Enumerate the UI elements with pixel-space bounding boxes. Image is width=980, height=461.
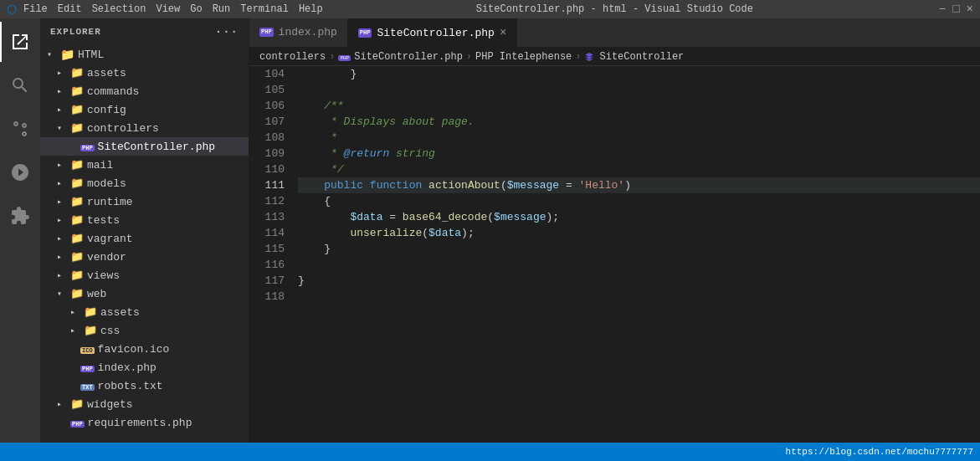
sidebar-item-views[interactable]: ▸ 📁 views bbox=[40, 266, 249, 284]
sidebar-header: EXPLORER ··· bbox=[40, 18, 249, 45]
sidebar-item-label: runtime bbox=[87, 196, 133, 208]
sidebar-item-models[interactable]: ▸ 📁 models bbox=[40, 174, 249, 192]
chevron-down-icon: ▾ bbox=[47, 49, 60, 59]
sidebar-item-assets[interactable]: ▸ 📁 assets bbox=[40, 64, 249, 82]
sidebar-item-web-index[interactable]: PHP index.php bbox=[40, 358, 249, 376]
run-debug-activity-icon[interactable] bbox=[0, 152, 40, 192]
line-num-112: 112 bbox=[249, 193, 285, 209]
close-button[interactable]: × bbox=[967, 3, 973, 16]
tab-php-icon: PHP bbox=[259, 28, 274, 37]
menu-edit[interactable]: Edit bbox=[58, 3, 82, 15]
sidebar-item-label: assets bbox=[100, 306, 140, 319]
tab-sitecontroller-php[interactable]: PHP SiteController.php × bbox=[348, 18, 517, 47]
source-control-activity-icon[interactable] bbox=[0, 109, 40, 149]
tab-label: index.php bbox=[279, 26, 337, 38]
code-editor[interactable]: 104 105 106 107 108 109 110 111 112 113 … bbox=[249, 66, 980, 443]
controllers-folder-icon: 📁 bbox=[70, 121, 84, 135]
menu-go[interactable]: Go bbox=[190, 3, 202, 15]
chevron-right-icon: ▸ bbox=[57, 68, 70, 78]
sidebar-item-sitecontroller[interactable]: PHP SiteController.php bbox=[40, 137, 249, 156]
views-folder-icon: 📁 bbox=[70, 269, 84, 282]
sidebar-item-label: vendor bbox=[87, 251, 126, 264]
code-line-112: { bbox=[298, 193, 980, 209]
sidebar-item-widgets[interactable]: ▸ 📁 widgets bbox=[40, 395, 249, 413]
sidebar-item-label: robots.txt bbox=[98, 380, 163, 392]
menu-help[interactable]: Help bbox=[299, 3, 323, 15]
menu-selection[interactable]: Selection bbox=[92, 3, 146, 15]
menu-view[interactable]: View bbox=[156, 3, 180, 15]
class-icon bbox=[584, 52, 594, 62]
sidebar-more-button[interactable]: ··· bbox=[215, 25, 239, 38]
sidebar-item-label: vagrant bbox=[87, 233, 133, 245]
sidebar-item-html-root[interactable]: ▾ 📁 HTML bbox=[40, 45, 249, 64]
tab-index-php[interactable]: PHP index.php bbox=[249, 18, 348, 47]
line-num-116: 116 bbox=[249, 257, 285, 273]
window-title: SiteController.php - html - Visual Studi… bbox=[476, 3, 753, 15]
sidebar-item-runtime[interactable]: ▸ 📁 runtime bbox=[40, 192, 249, 211]
sidebar-item-commands[interactable]: ▸ 📁 commands bbox=[40, 82, 249, 100]
chevron-right-icon: ▸ bbox=[57, 178, 70, 188]
assets-folder-icon: 📁 bbox=[70, 66, 84, 79]
php-file-icon: PHP bbox=[80, 141, 95, 153]
sidebar-item-label: SiteController.php bbox=[98, 141, 215, 153]
search-activity-icon[interactable] bbox=[0, 65, 40, 105]
breadcrumb-php-badge: PHP bbox=[338, 55, 351, 61]
sidebar-item-web[interactable]: ▾ 📁 web bbox=[40, 284, 249, 303]
code-content[interactable]: } /** * Displays about page. bbox=[291, 66, 980, 443]
sidebar-item-vendor[interactable]: ▸ 📁 vendor bbox=[40, 248, 249, 266]
menu-bar[interactable]: File Edit Selection View Go Run Terminal… bbox=[23, 3, 323, 15]
sidebar-item-label: requirements.php bbox=[88, 417, 192, 429]
minimize-button[interactable]: − bbox=[939, 3, 946, 16]
web-assets-folder-icon: 📁 bbox=[84, 305, 97, 319]
breadcrumb-class[interactable]: SiteController bbox=[599, 51, 684, 63]
sidebar-item-label: config bbox=[87, 104, 126, 116]
chevron-right-icon: ▸ bbox=[57, 252, 70, 262]
sidebar-item-requirements[interactable]: PHP requirements.php bbox=[40, 413, 249, 432]
status-right: https://blog.csdn.net/mochu7777777 bbox=[786, 447, 973, 457]
extensions-activity-icon[interactable] bbox=[0, 196, 40, 236]
code-line-114: unserialize($data); bbox=[298, 225, 980, 241]
sidebar-item-vagrant[interactable]: ▸ 📁 vagrant bbox=[40, 229, 249, 248]
chevron-right-icon: ▸ bbox=[57, 215, 70, 225]
menu-terminal[interactable]: Terminal bbox=[240, 3, 289, 15]
chevron-right-icon: ▸ bbox=[57, 399, 70, 409]
breadcrumb-intelephense[interactable]: PHP Intelephense bbox=[475, 51, 572, 63]
models-folder-icon: 📁 bbox=[70, 177, 84, 190]
sidebar-item-config[interactable]: ▸ 📁 config bbox=[40, 100, 249, 119]
line-num-108: 108 bbox=[249, 130, 285, 146]
code-line-108: * bbox=[298, 130, 980, 146]
tab-bar: PHP index.php PHP SiteController.php × bbox=[249, 18, 980, 48]
status-bar: https://blog.csdn.net/mochu7777777 bbox=[0, 443, 980, 461]
code-line-115: } bbox=[298, 241, 980, 257]
sidebar-item-web-css[interactable]: ▸ 📁 css bbox=[40, 321, 249, 340]
sidebar-item-label: tests bbox=[87, 214, 120, 227]
sidebar-item-label: index.php bbox=[98, 361, 156, 374]
code-line-117: } bbox=[298, 273, 980, 289]
breadcrumb: controllers › PHP SiteController.php › P… bbox=[249, 48, 980, 66]
vagrant-folder-icon: 📁 bbox=[70, 232, 84, 245]
chevron-right-icon: ▸ bbox=[57, 197, 70, 207]
tab-close-button[interactable]: × bbox=[500, 26, 506, 39]
sidebar-item-label: web bbox=[87, 288, 106, 300]
sidebar-item-robots[interactable]: TXT robots.txt bbox=[40, 376, 249, 395]
line-num-109: 109 bbox=[249, 146, 285, 161]
sidebar-item-tests[interactable]: ▸ 📁 tests bbox=[40, 211, 249, 229]
menu-run[interactable]: Run bbox=[213, 3, 231, 15]
breadcrumb-file[interactable]: SiteController.php bbox=[354, 51, 463, 63]
maximize-button[interactable]: □ bbox=[952, 3, 959, 16]
line-num-113: 113 bbox=[249, 209, 285, 225]
line-num-105: 105 bbox=[249, 82, 285, 98]
title-bar: ⬡ File Edit Selection View Go Run Termin… bbox=[0, 0, 980, 18]
menu-file[interactable]: File bbox=[23, 3, 48, 15]
explorer-activity-icon[interactable] bbox=[0, 22, 40, 62]
robots-file-icon: TXT bbox=[80, 380, 95, 392]
sidebar-item-web-assets[interactable]: ▸ 📁 assets bbox=[40, 303, 249, 321]
code-line-116 bbox=[298, 257, 980, 273]
breadcrumb-controllers[interactable]: controllers bbox=[259, 51, 326, 63]
web-folder-icon: 📁 bbox=[70, 287, 84, 300]
sidebar-item-favicon[interactable]: ICO favicon.ico bbox=[40, 340, 249, 358]
sidebar-item-label: models bbox=[87, 177, 126, 190]
chevron-right-icon: ▸ bbox=[57, 105, 70, 115]
sidebar-item-controllers[interactable]: ▾ 📁 controllers bbox=[40, 119, 249, 137]
sidebar-item-mail[interactable]: ▸ 📁 mail bbox=[40, 156, 249, 174]
